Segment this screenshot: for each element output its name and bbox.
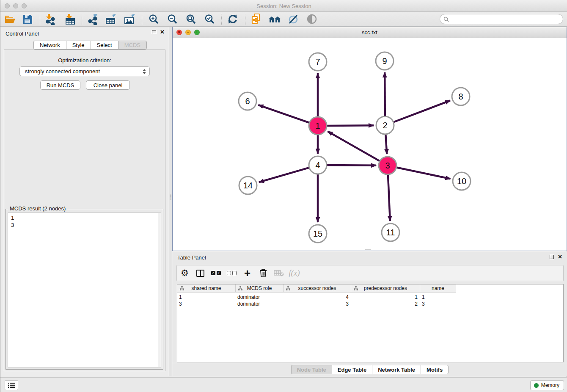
- select-all-columns-icon[interactable]: ✓✓: [208, 271, 224, 275]
- column-header-mcds-role[interactable]: MCDS role: [236, 284, 284, 293]
- criterion-dropdown[interactable]: strongly connected component: [19, 66, 150, 76]
- create-column-icon[interactable]: +: [239, 269, 255, 277]
- toolbar-separator: [245, 14, 245, 25]
- table-row[interactable]: 1 dominator 4 1 1: [177, 294, 456, 301]
- graph-edge-3-1[interactable]: [328, 131, 380, 161]
- tab-select[interactable]: Select: [91, 41, 118, 50]
- panel-splitter[interactable]: [169, 27, 172, 376]
- export-table-icon[interactable]: [104, 13, 118, 25]
- graph-node-label-4: 4: [315, 160, 320, 170]
- cell-shared-name[interactable]: 1: [177, 294, 236, 301]
- cell-shared-name[interactable]: 3: [177, 301, 236, 307]
- tab-motifs[interactable]: Motifs: [421, 365, 449, 374]
- task-history-button[interactable]: [5, 380, 18, 390]
- table-panel: Table Panel ✕ ⚙ ✓✓ + f(x) shared name: [172, 251, 567, 376]
- table-panel-divider: [172, 363, 567, 363]
- unselect-all-columns-icon[interactable]: [224, 271, 239, 275]
- graph-edge-1-6[interactable]: [258, 105, 310, 123]
- graph-node-label-2: 2: [383, 121, 387, 130]
- graph-node-label-7: 7: [315, 57, 320, 66]
- column-header-predecessor-nodes[interactable]: predecessor nodes: [351, 284, 420, 293]
- graph-svg: 7968124314101511: [173, 38, 567, 251]
- search-field[interactable]: [440, 14, 563, 24]
- mcds-result-textarea[interactable]: 1 3: [8, 213, 161, 367]
- float-panel-icon[interactable]: [152, 30, 156, 34]
- close-panel-icon[interactable]: ✕: [160, 30, 165, 34]
- zoom-in-icon[interactable]: [146, 13, 161, 25]
- tab-style[interactable]: Style: [66, 41, 91, 50]
- graph-edge-3-11[interactable]: [388, 174, 390, 221]
- cell-mcds-role[interactable]: dominator: [236, 301, 284, 307]
- toolbar-separator: [82, 14, 82, 25]
- column-type-icon: [180, 286, 184, 290]
- mcds-result-groupbox: MCDS result (2 nodes) 1 3: [6, 209, 163, 370]
- show-columns-icon[interactable]: [193, 270, 208, 277]
- graph-edge-1-2[interactable]: [326, 125, 374, 126]
- tab-node-table[interactable]: Node Table: [291, 365, 332, 374]
- cell-name[interactable]: 3: [420, 301, 456, 307]
- result-scrollbar[interactable]: [158, 213, 161, 367]
- cell-successor-nodes[interactable]: 4: [284, 294, 351, 301]
- close-table-panel-icon[interactable]: ✕: [558, 255, 562, 259]
- float-table-panel-icon[interactable]: [550, 255, 554, 259]
- network-resize-grip[interactable]: [365, 249, 371, 250]
- graph-edge-3-10[interactable]: [396, 167, 451, 179]
- refresh-icon[interactable]: [226, 13, 240, 25]
- run-mcds-button[interactable]: Run MCDS: [40, 80, 80, 90]
- table-tabs: Node Table Edge Table Network Table Moti…: [172, 365, 567, 374]
- cell-predecessor-nodes[interactable]: 2: [351, 301, 420, 307]
- clone-network-icon[interactable]: [249, 13, 264, 25]
- graph-edge-4-14[interactable]: [259, 167, 310, 182]
- tab-edge-table[interactable]: Edge Table: [332, 365, 372, 374]
- first-neighbors-icon[interactable]: [267, 13, 282, 25]
- tab-network-table[interactable]: Network Table: [372, 365, 421, 374]
- column-type-icon: [354, 286, 358, 290]
- network-window-titlebar[interactable]: ✕ − + scc.txt: [173, 27, 567, 38]
- zoom-out-icon[interactable]: [165, 13, 179, 25]
- toolbar-separator: [221, 14, 222, 25]
- graph-edge-4-3[interactable]: [326, 165, 376, 166]
- save-session-icon[interactable]: [20, 13, 35, 25]
- node-table: shared name MCDS role successor nodes pr…: [177, 284, 564, 362]
- zoom-fit-icon[interactable]: [184, 13, 198, 25]
- hide-selected-icon[interactable]: [286, 13, 300, 25]
- destroy-table-icon[interactable]: [271, 269, 286, 277]
- tab-network[interactable]: Network: [33, 41, 66, 50]
- cell-predecessor-nodes[interactable]: 1: [351, 294, 420, 301]
- control-panel-header: Control Panel ✕: [0, 27, 169, 39]
- column-type-icon: [238, 286, 242, 290]
- export-image-icon[interactable]: [122, 13, 137, 25]
- mcds-result-title: MCDS result (2 nodes): [8, 205, 67, 212]
- delete-columns-icon[interactable]: [255, 268, 271, 278]
- control-panel-tabs: Network Style Select MCDS: [33, 41, 147, 50]
- cell-mcds-role[interactable]: dominator: [236, 294, 284, 301]
- optimization-criterion-label: Optimization criterion:: [0, 57, 169, 63]
- show-graphics-details-icon[interactable]: [305, 13, 319, 25]
- table-row[interactable]: 3 dominator 3 2 3: [177, 301, 456, 307]
- tab-mcds[interactable]: MCDS: [118, 41, 147, 50]
- splitter-grip[interactable]: [170, 194, 171, 200]
- column-header-name[interactable]: name: [420, 284, 456, 293]
- open-file-icon[interactable]: [3, 13, 17, 25]
- memory-button[interactable]: Memory: [530, 380, 564, 390]
- zoom-selected-icon[interactable]: [202, 13, 217, 25]
- cell-name[interactable]: 1: [420, 294, 456, 301]
- graph-edge-2-9[interactable]: [385, 72, 385, 117]
- column-type-icon: [286, 286, 290, 290]
- function-builder-icon[interactable]: f(x): [286, 268, 302, 278]
- cell-successor-nodes[interactable]: 3: [284, 301, 351, 307]
- import-table-icon[interactable]: [63, 13, 77, 25]
- export-network-icon[interactable]: [85, 13, 100, 25]
- close-panel-button[interactable]: Close panel: [86, 80, 130, 90]
- column-header-successor-nodes[interactable]: successor nodes: [284, 284, 351, 293]
- graph-edge-2-8[interactable]: [393, 101, 450, 123]
- table-options-icon[interactable]: ⚙: [177, 268, 193, 278]
- column-header-shared-name[interactable]: shared name: [177, 284, 236, 293]
- import-network-icon[interactable]: [43, 13, 58, 25]
- window-title: Session: New Session: [0, 3, 567, 9]
- table-toolbar: ⚙ ✓✓ + f(x): [176, 265, 564, 281]
- network-canvas[interactable]: 7968124314101511: [173, 38, 567, 251]
- search-input[interactable]: [451, 16, 563, 22]
- titlebar[interactable]: Session: New Session: [0, 0, 567, 12]
- graph-edge-2-3[interactable]: [385, 133, 387, 154]
